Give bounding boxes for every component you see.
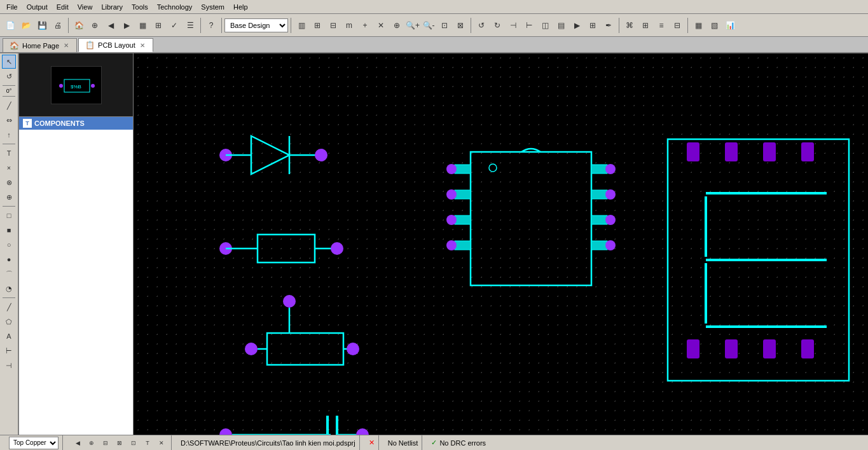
cross-tool[interactable]: ⊗ [2,175,16,189]
fwd-button[interactable]: ▶ [119,18,134,33]
zoom-out-btn[interactable]: 🔍- [421,18,436,33]
status-nav1[interactable]: ◀ [72,437,83,449]
tab-pcb[interactable]: 📋 PCB Layout ✕ [78,38,153,52]
arc-tool[interactable]: ⌒ [2,267,16,281]
components-list[interactable] [19,130,133,435]
wire-tool[interactable]: ╱ [2,99,16,112]
new-button[interactable]: 📄 [3,18,18,33]
tb-btn12[interactable]: ▶ [569,18,584,33]
fill-rect-tool[interactable]: ■ [2,223,16,237]
print-button[interactable]: 🖨 [50,18,65,33]
status-nav2[interactable]: ⊕ [86,437,97,449]
status-nav4[interactable]: ⊠ [114,437,125,449]
tab-pcb-close[interactable]: ✕ [139,42,146,49]
status-nav3[interactable]: ⊟ [100,437,111,449]
tb-btn19[interactable]: ▦ [691,18,706,33]
tb-btn2[interactable]: ⊞ [310,18,325,33]
tb-btn5[interactable]: + [357,18,373,33]
text-tool[interactable]: T [2,146,16,160]
tb-btn13[interactable]: ⊞ [585,18,600,33]
tb-btn16[interactable]: ⊞ [638,18,653,33]
save-button[interactable]: 💾 [34,18,50,33]
tb-btn8[interactable]: ⊣ [506,18,521,33]
layer-select[interactable]: Top Copper [9,437,59,449]
help-btn[interactable]: ? [203,18,219,33]
menu-tools[interactable]: Tools [128,2,152,12]
menu-technology[interactable]: Technology [153,2,196,12]
tb-btn1[interactable]: ▥ [294,18,309,33]
thumbnail-svg: $%B [52,67,101,104]
fill-circle-tool[interactable]: ● [2,252,16,266]
tb-btn4[interactable]: m [341,18,357,33]
bus-tool[interactable]: ⇔ [2,113,16,127]
tb-btn11[interactable]: ▤ [553,18,568,33]
back-button[interactable]: ◀ [103,18,118,33]
tb-btn18[interactable]: ⊟ [670,18,685,33]
rect-tool[interactable]: □ [2,208,16,222]
junction-tool[interactable]: ⊕ [2,190,16,204]
pcb-canvas-svg [134,53,868,435]
tb-btn10[interactable]: ◫ [537,18,553,33]
undo-tool[interactable]: ↺ [2,69,16,83]
bom-btn[interactable]: ☰ [183,18,198,33]
status-nav6[interactable]: T [142,437,153,449]
dim-tool[interactable]: ⊢ [2,344,16,358]
line-tool[interactable]: ╱ [2,300,16,314]
menu-output[interactable]: Output [23,2,52,12]
netlist-close-icon: ✕ [369,439,375,447]
open-button[interactable]: 📂 [18,18,34,33]
menubar: File Output Edit View Library Tools Tech… [0,0,868,14]
home-button[interactable]: 🏠 [71,18,86,33]
circle-tool[interactable]: ○ [2,238,16,252]
select-tool[interactable]: ↖ [2,55,16,69]
svg-text:$%B: $%B [71,84,81,90]
tab-home[interactable]: 🏠 Home Page ✕ [3,38,77,52]
fill-arc-tool[interactable]: ◔ [2,282,16,296]
tb-btn21[interactable]: 📊 [722,18,738,33]
pcb-btn[interactable]: ▦ [135,18,150,33]
svg-rect-44 [725,339,738,358]
tb-btn15[interactable]: ⌘ [622,18,637,33]
svg-rect-10 [258,235,315,262]
tb-btn3[interactable]: ⊟ [326,18,341,33]
zoom-in-btn[interactable]: 🔍+ [405,18,420,33]
tab-home-label: Home Page [22,42,59,50]
zoom-sel-btn[interactable]: ⊠ [453,18,468,33]
netlist-label: No Netlist [388,439,418,447]
tb-btn6[interactable]: ✕ [373,18,389,33]
design-dropdown[interactable]: Base Design [224,18,288,32]
zoom-fit-btn[interactable]: ⊡ [437,18,452,33]
poly-tool[interactable]: ⬠ [2,315,16,329]
sep6 [619,18,619,33]
status-nav5[interactable]: ⊡ [128,437,139,449]
marker-tool[interactable]: × [2,161,16,175]
menu-view[interactable]: View [74,2,97,12]
redo-btn[interactable]: ↻ [490,18,505,33]
check-btn[interactable]: ✓ [167,18,182,33]
netlist-btn[interactable]: ⊞ [151,18,166,33]
drc-section: ✓ No DRC errors [427,435,490,450]
tab-home-close[interactable]: ✕ [62,42,70,49]
left-tool-strip: ↖ ↺ 0° ╱ ⇔ ↑ T × ⊗ ⊕ □ ■ ○ ● ⌒ ◔ ╱ ⬠ A ⊢… [0,53,19,435]
status-nav7[interactable]: ✕ [156,437,167,449]
netlist-section: No Netlist [384,435,423,450]
tb-btn20[interactable]: ▧ [706,18,722,33]
menu-system[interactable]: System [197,2,228,12]
label-tool[interactable]: A [2,329,16,343]
menu-file[interactable]: File [3,2,22,12]
up-tool[interactable]: ↑ [2,128,16,142]
probe-tool[interactable]: ⊣ [2,358,16,372]
tb-btn9[interactable]: ⊢ [521,18,537,33]
tb-btn17[interactable]: ≡ [654,18,669,33]
tb-btn14[interactable]: ✒ [601,18,616,33]
pad9 [356,428,369,435]
menu-library[interactable]: Library [97,2,127,12]
menu-help[interactable]: Help [230,2,252,12]
drc-check-icon: ✓ [431,439,437,447]
menu-edit[interactable]: Edit [53,2,72,12]
undo-btn[interactable]: ↺ [474,18,489,33]
tb-btn7[interactable]: ⊕ [389,18,404,33]
component-button[interactable]: ⊕ [87,18,102,33]
sep3 [221,18,222,33]
canvas[interactable] [134,53,868,435]
